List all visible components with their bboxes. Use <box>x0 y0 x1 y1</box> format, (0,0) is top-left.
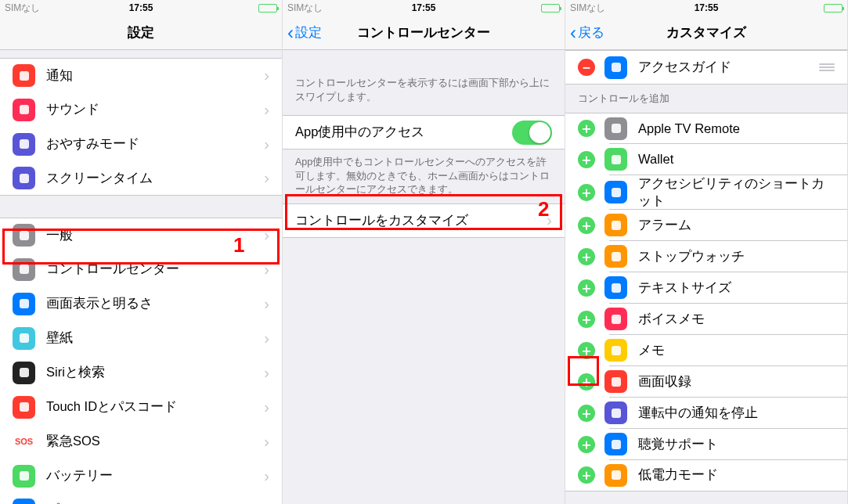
cell-label: スクリーンタイム <box>46 170 264 187</box>
list-item[interactable]: おやすみモード› <box>0 127 282 161</box>
add-button[interactable]: ＋ <box>578 405 595 422</box>
list-item[interactable]: 画面表示と明るさ› <box>0 286 282 321</box>
nav-bar: ‹ 設定 コントロールセンター <box>283 16 565 50</box>
add-button[interactable]: ＋ <box>578 436 595 453</box>
drag-handle-icon[interactable] <box>819 63 835 71</box>
add-button[interactable]: ＋ <box>578 311 595 328</box>
back-button[interactable]: ‹ 戻る <box>570 23 604 42</box>
svg-rect-13 <box>612 124 621 133</box>
add-control-row[interactable]: ＋メモ <box>565 335 847 366</box>
cell-label: アクセスガイド <box>638 59 819 76</box>
app-icon <box>604 56 627 79</box>
cell-label: Wallet <box>638 152 835 167</box>
chevron-left-icon: ‹ <box>287 23 294 42</box>
carrier-label: SIMなし <box>287 2 323 15</box>
screen-control-center: SIMなし 17:55 ‹ 設定 コントロールセンター コントロールセンターを表… <box>283 0 565 504</box>
add-button[interactable]: ＋ <box>578 373 595 391</box>
list-item[interactable]: 通知› <box>0 58 282 92</box>
svg-rect-24 <box>612 470 621 480</box>
list-item[interactable]: Touch IDとパスコード› <box>0 390 282 424</box>
cell-label: プライバシー <box>46 502 264 505</box>
list-item[interactable]: スクリーンタイム› <box>0 161 282 196</box>
chevron-left-icon: ‹ <box>570 23 576 42</box>
control-center-list[interactable]: コントロールセンターを表示するには画面下部から上にスワイプします。 App使用中… <box>283 50 565 504</box>
cell-label: コントロールセンター <box>46 261 264 278</box>
cell-label: ボイスメモ <box>638 311 835 328</box>
svg-rect-14 <box>612 155 621 164</box>
app-icon <box>13 327 35 350</box>
add-button[interactable]: ＋ <box>578 120 595 137</box>
app-icon: SOS <box>13 430 35 453</box>
add-control-row[interactable]: ＋アラーム <box>565 210 847 241</box>
cell-label: コントロールをカスタマイズ <box>295 212 547 229</box>
add-control-row[interactable]: ＋低電力モード <box>565 460 847 491</box>
cell-label: おやすみモード <box>46 135 264 153</box>
add-control-row[interactable]: ＋運転中の通知を停止 <box>565 398 847 429</box>
remove-button[interactable]: － <box>578 59 595 76</box>
list-item[interactable]: Siriと検索› <box>0 355 282 390</box>
status-bar: SIMなし 17:55 <box>283 0 565 16</box>
app-icon <box>13 258 35 281</box>
customize-list[interactable]: －アクセスガイド コントロールを追加 ＋Apple TV Remote＋Wall… <box>565 50 847 504</box>
svg-rect-22 <box>612 409 621 418</box>
list-item[interactable]: SOS緊急SOS› <box>0 424 282 459</box>
add-control-row[interactable]: ＋ストップウォッチ <box>565 241 847 272</box>
add-control-row[interactable]: ＋Wallet <box>565 144 847 175</box>
add-button[interactable]: ＋ <box>578 217 595 234</box>
back-label: 設定 <box>295 23 322 41</box>
screen-settings: SIMなし 17:55 設定 通知›サウンド›おやすみモード›スクリーンタイム›… <box>0 0 283 504</box>
time-label: 17:55 <box>412 2 436 13</box>
add-control-row[interactable]: ＋アクセシビリティのショートカット <box>565 175 847 210</box>
svg-rect-5 <box>20 265 29 274</box>
cell-label: 壁紙 <box>46 329 264 347</box>
add-button[interactable]: ＋ <box>578 342 595 359</box>
svg-rect-0 <box>20 71 29 81</box>
add-control-row[interactable]: ＋Apple TV Remote <box>565 113 847 144</box>
cell-label: App使用中のアクセス <box>295 124 512 141</box>
included-control-row[interactable]: －アクセスガイド <box>565 50 847 85</box>
list-item[interactable]: プライバシー› <box>0 493 282 504</box>
svg-rect-18 <box>612 283 621 293</box>
status-bar: SIMなし 17:55 <box>565 0 847 16</box>
add-button[interactable]: ＋ <box>578 151 595 168</box>
battery-icon <box>258 4 277 13</box>
svg-rect-16 <box>612 221 621 230</box>
settings-list[interactable]: 通知›サウンド›おやすみモード›スクリーンタイム› 一般›コントロールセンター›… <box>0 50 282 504</box>
row-customize-controls[interactable]: コントロールをカスタマイズ › <box>283 203 565 238</box>
cell-label: メモ <box>638 342 835 359</box>
add-control-row[interactable]: ＋テキストサイズ <box>565 272 847 304</box>
list-item[interactable]: バッテリー› <box>0 459 282 493</box>
back-label: 戻る <box>578 23 604 41</box>
toggle-switch[interactable] <box>512 121 552 145</box>
list-item[interactable]: サウンド› <box>0 92 282 127</box>
add-button[interactable]: ＋ <box>578 466 595 484</box>
chevron-right-icon: › <box>264 501 269 504</box>
svg-rect-8 <box>20 368 29 377</box>
add-button[interactable]: ＋ <box>578 248 595 265</box>
svg-rect-7 <box>20 333 29 343</box>
back-button[interactable]: ‹ 設定 <box>287 23 322 42</box>
app-icon <box>604 308 627 330</box>
svg-rect-1 <box>20 105 29 114</box>
cell-label: 聴覚サポート <box>638 436 835 453</box>
row-app-access[interactable]: App使用中のアクセス <box>283 115 565 149</box>
add-button[interactable]: ＋ <box>578 184 595 201</box>
cell-label: バッテリー <box>46 467 264 484</box>
list-item[interactable]: 壁紙› <box>0 321 282 355</box>
app-icon <box>13 99 35 121</box>
app-icon <box>604 464 627 487</box>
app-icon <box>13 64 35 87</box>
add-control-row[interactable]: ＋聴覚サポート <box>565 429 847 460</box>
chevron-right-icon: › <box>264 135 269 153</box>
add-control-row[interactable]: ＋画面収録 <box>565 366 847 398</box>
carrier-label: SIMなし <box>570 2 605 15</box>
svg-rect-4 <box>20 231 29 240</box>
cell-label: 運転中の通知を停止 <box>638 405 835 422</box>
app-icon <box>604 433 627 455</box>
add-control-row[interactable]: ＋ボイスメモ <box>565 304 847 335</box>
cell-label: ストップウォッチ <box>638 248 835 265</box>
app-icon <box>604 148 627 171</box>
cell-label: 緊急SOS <box>46 433 264 450</box>
chevron-right-icon: › <box>264 261 269 279</box>
add-button[interactable]: ＋ <box>578 279 595 297</box>
